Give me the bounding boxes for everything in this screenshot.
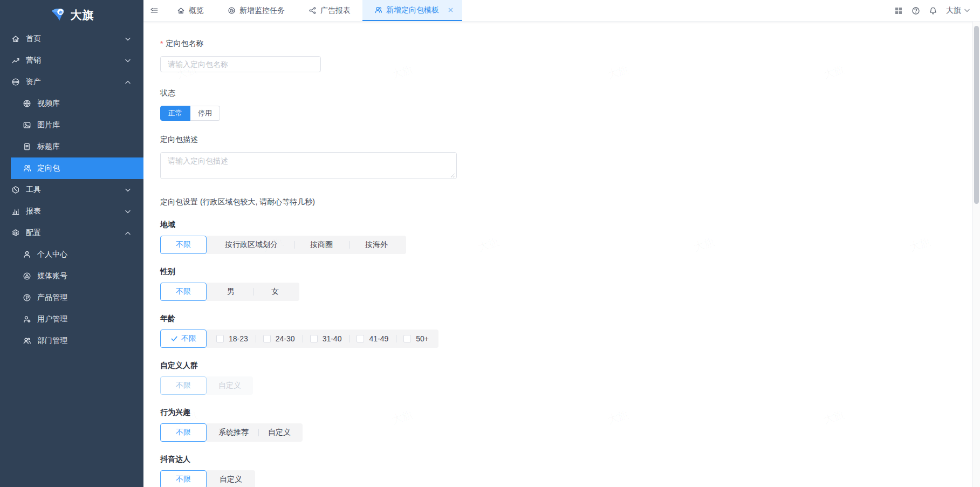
age-option-2[interactable]: 24-30 — [256, 330, 303, 348]
douyin-option-selected[interactable]: 不限 — [160, 470, 207, 487]
bell-icon[interactable] — [929, 6, 937, 15]
package-name-input[interactable] — [160, 56, 321, 72]
sidebar-item-label: 营销 — [26, 56, 125, 65]
sidebar-item-label: 视频库 — [37, 99, 143, 108]
age-option-3[interactable]: 31-40 — [303, 330, 349, 348]
age-option-5[interactable]: 50+ — [396, 330, 436, 348]
region-option-2[interactable]: 按商圈 — [294, 236, 349, 254]
help-icon[interactable] — [912, 6, 920, 15]
section-label-douyin: 抖音达人 — [160, 455, 958, 464]
tab-1[interactable]: 新增监控任务 — [216, 0, 297, 21]
chevron-down-icon — [125, 59, 131, 63]
sidebar-item-label: 用户管理 — [37, 314, 143, 324]
resize-handle-icon[interactable] — [450, 173, 455, 178]
age-option-selected[interactable]: 不限 — [160, 330, 207, 348]
department-icon — [23, 337, 31, 345]
region-option-selected[interactable]: 不限 — [160, 236, 207, 254]
sidebar-item-10[interactable]: 个人中心 — [0, 244, 143, 265]
apps-grid-icon[interactable] — [894, 6, 903, 15]
image-library-icon — [23, 121, 31, 129]
required-asterisk: * — [160, 39, 163, 48]
scrollbar-track[interactable] — [972, 22, 980, 487]
watermark-text: 大旗 — [390, 61, 415, 82]
region-other-options: 按行政区域划分按商圈按海外 — [207, 236, 406, 254]
douyin-option-group: 不限自定义 — [160, 470, 958, 487]
sidebar-item-8[interactable]: 报表 — [0, 201, 143, 222]
status-option-0-selected[interactable]: 正常 — [160, 106, 190, 121]
douyin-option-1[interactable]: 自定义 — [209, 470, 253, 487]
age-option-label: 18-23 — [229, 334, 248, 343]
age-other-options: 18-2324-3031-4041-4950+ — [207, 330, 438, 348]
tab-bar: 概览新增监控任务广告报表新增定向包模板 — [165, 0, 462, 21]
region-option-3[interactable]: 按海外 — [349, 236, 404, 254]
gender-option-1[interactable]: 男 — [209, 283, 253, 301]
chevron-up-icon — [125, 80, 131, 84]
sidebar-item-5[interactable]: 标题库 — [0, 136, 143, 157]
video-library-icon — [23, 99, 31, 108]
sidebar-item-11[interactable]: 媒体账号 — [0, 265, 143, 287]
chevron-down-icon — [964, 9, 970, 12]
user-name: 大旗 — [946, 6, 961, 16]
sidebar-item-1[interactable]: 营销 — [0, 50, 143, 71]
tab-close-icon[interactable] — [448, 7, 454, 13]
logo: 大旗 — [0, 0, 143, 28]
age-option-label: 41-49 — [369, 334, 388, 343]
region-selected-label: 不限 — [176, 240, 191, 250]
age-option-label: 31-40 — [323, 334, 342, 343]
douyin-option-label: 自定义 — [220, 475, 242, 484]
section-label-interest: 行为兴趣 — [160, 408, 958, 417]
gender-option-selected[interactable]: 不限 — [160, 283, 207, 301]
sidebar-item-13[interactable]: 用户管理 — [0, 308, 143, 330]
section-label-region: 地域 — [160, 220, 958, 230]
topbar-right: 大旗 — [894, 0, 980, 21]
sidebar-item-6-active[interactable]: 定向包 — [11, 157, 143, 179]
interest-option-1[interactable]: 系统推荐 — [209, 423, 258, 442]
region-option-label: 按商圈 — [310, 240, 333, 250]
tab-3-active[interactable]: 新增定向包模板 — [362, 0, 462, 21]
tab-0[interactable]: 概览 — [165, 0, 216, 21]
field-label-name: * 定向包名称 — [160, 39, 958, 49]
custom-audience-option-1[interactable]: 自定义 — [209, 376, 251, 395]
sidebar-item-3[interactable]: 视频库 — [0, 93, 143, 114]
share-icon — [309, 6, 317, 15]
age-option-4[interactable]: 41-49 — [349, 330, 396, 348]
sidebar-item-0[interactable]: 首页 — [0, 28, 143, 50]
menu-fold-icon[interactable] — [143, 0, 165, 21]
gender-other-options: 男女 — [207, 283, 299, 301]
custom-audience-option-selected[interactable]: 不限 — [160, 376, 207, 395]
chevron-down-icon — [125, 37, 131, 41]
user-menu[interactable]: 大旗 — [946, 6, 970, 16]
user-center-icon — [23, 250, 31, 259]
checkbox-icon[interactable] — [357, 335, 364, 342]
age-selected-label: 不限 — [181, 334, 196, 344]
region-option-1[interactable]: 按行政区域划分 — [209, 236, 294, 254]
checkbox-icon[interactable] — [403, 335, 411, 342]
status-option-1[interactable]: 停用 — [190, 106, 220, 121]
interest-option-selected[interactable]: 不限 — [160, 423, 207, 442]
section-label-age: 年龄 — [160, 314, 958, 324]
tab-label: 新增监控任务 — [239, 6, 285, 16]
package-description-textarea[interactable] — [160, 152, 457, 179]
sidebar-item-7[interactable]: 工具 — [0, 179, 143, 201]
tab-2[interactable]: 广告报表 — [297, 0, 362, 21]
checkbox-icon[interactable] — [263, 335, 271, 342]
sidebar-item-2[interactable]: 资产 — [0, 71, 143, 93]
checkbox-icon[interactable] — [310, 335, 318, 342]
custom-audience-other-options: 自定义 — [207, 376, 253, 395]
sidebar-item-4[interactable]: 图片库 — [0, 114, 143, 136]
monitor-icon — [228, 6, 236, 15]
douyin-other-options: 自定义 — [207, 470, 255, 487]
tab-label: 新增定向包模板 — [386, 5, 439, 15]
scrollbar-thumb[interactable] — [974, 26, 979, 204]
sidebar-item-9[interactable]: 配置 — [0, 222, 143, 244]
watermark-text: 大旗 — [606, 61, 631, 82]
interest-option-2[interactable]: 自定义 — [258, 423, 300, 442]
checkbox-icon[interactable] — [216, 335, 224, 342]
age-option-1[interactable]: 18-23 — [209, 330, 256, 348]
sidebar-item-12[interactable]: 产品管理 — [0, 287, 143, 308]
gender-option-group: 不限男女 — [160, 283, 958, 301]
gender-option-2[interactable]: 女 — [253, 283, 297, 301]
check-icon — [170, 335, 178, 342]
main-area: 概览新增监控任务广告报表新增定向包模板 — [143, 0, 980, 487]
sidebar-item-14[interactable]: 部门管理 — [0, 330, 143, 352]
